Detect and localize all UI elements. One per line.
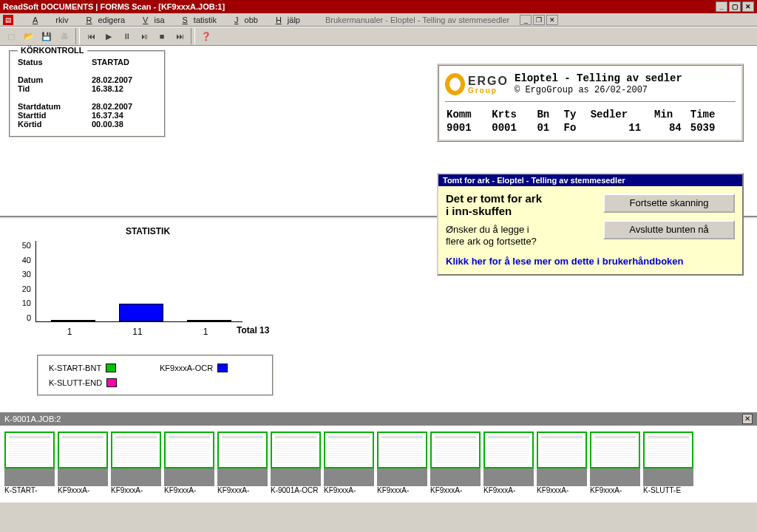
logo-circle-icon: [445, 73, 465, 95]
v-bn: 01: [537, 122, 562, 134]
thumbnail-doc-icon: [4, 432, 55, 468]
step-icon[interactable]: ⏯: [136, 28, 152, 44]
menu-row: ▤ Arkiv Redigera Visa Statistik Jobb Hjä…: [0, 13, 757, 27]
thumbnail[interactable]: K-SLUTT-E: [643, 432, 693, 497]
thumbnail[interactable]: K-9001A-OCR: [271, 432, 321, 497]
datum-value: 28.02.2007: [92, 75, 132, 84]
empty-sheet-dialog: Tomt for ark - Eloptel - Telling av stem…: [437, 173, 744, 276]
tid-label: Tid: [18, 84, 92, 93]
thumbnail[interactable]: K-START-: [4, 432, 55, 497]
job-close-icon[interactable]: ✕: [742, 414, 753, 424]
help-icon[interactable]: ❓: [198, 28, 214, 44]
thumbnail-label: KF9xxxA-: [377, 486, 427, 494]
menu-redigera[interactable]: Redigera: [74, 14, 131, 26]
job-titlebar: K-9001A.JOB:2 ✕: [0, 412, 757, 426]
menu-visa[interactable]: Visa: [131, 14, 170, 26]
thumbnail[interactable]: KF9xxxA-: [324, 432, 374, 497]
new-icon[interactable]: ▢: [3, 28, 19, 44]
startdatum-value: 28.02.2007: [92, 102, 132, 111]
legend-label-3: K-SLUTT-END: [49, 378, 102, 387]
thumbnail[interactable]: KF9xxxA-: [590, 432, 640, 497]
open-icon[interactable]: 📂: [21, 28, 37, 44]
korkontroll-title: KÖRKONTROLL: [18, 46, 87, 55]
statistik-title: STATISTIK: [15, 226, 281, 236]
menu-arkiv[interactable]: Arkiv: [21, 14, 74, 26]
starttid-value: 16.37.34: [92, 111, 123, 120]
inner-restore-icon[interactable]: ❐: [533, 15, 545, 25]
menu-hjalp[interactable]: Hjälp: [264, 14, 306, 26]
thumbnail-label: K-START-: [4, 486, 55, 494]
thumbnail-label: KF9xxxA-: [324, 486, 374, 494]
thumbnail-doc-icon: [324, 432, 374, 468]
info-heading: Eloptel - Telling av sedler: [515, 72, 682, 85]
datum-label: Datum: [18, 75, 92, 84]
h-min: Min: [654, 109, 689, 120]
inner-minimize-icon[interactable]: _: [520, 15, 532, 25]
h-time: Time: [690, 109, 734, 120]
thumbnail[interactable]: KF9xxxA-: [430, 432, 481, 497]
thumbnail-label: KF9xxxA-: [537, 486, 587, 494]
handbook-link[interactable]: Klikk her for å lese mer om dette i bruk…: [446, 256, 735, 267]
bar-k-start: [51, 320, 95, 321]
main-content: KÖRKONTROLL StatusSTARTAD Datum28.02.200…: [0, 46, 757, 217]
minimize-icon[interactable]: _: [716, 1, 727, 12]
menubar: Arkiv Redigera Visa Statistik Jobb Hjälp…: [16, 13, 520, 27]
tid-value: 16.38.12: [92, 84, 123, 93]
menu-statistik[interactable]: Statistik: [171, 14, 223, 26]
inner-close-icon[interactable]: ✕: [546, 15, 558, 25]
thumbnail-doc-icon: [483, 432, 534, 468]
thumbnail[interactable]: KF9xxxA-: [537, 432, 587, 497]
pause-icon[interactable]: ⏸: [118, 28, 135, 44]
thumbnail-label: KF9xxxA-: [590, 486, 640, 494]
kortid-label: Körtid: [18, 120, 92, 129]
menu-jobb[interactable]: Jobb: [223, 14, 264, 26]
stop-icon[interactable]: ■: [154, 28, 170, 44]
chart-legend: K-START-BNT KF9xxxA-OCR K-SLUTT-END: [37, 355, 274, 396]
close-icon[interactable]: ✕: [742, 1, 754, 12]
thumbnail-label: KF9xxxA-: [430, 486, 481, 494]
thumbnail-doc-icon: [590, 432, 640, 468]
h-komm: Komm: [447, 109, 490, 120]
continue-scan-button[interactable]: Fortsette skanning: [603, 194, 735, 213]
job-title: K-9001A.JOB:2: [4, 415, 61, 423]
legend-swatch-blue: [217, 364, 228, 372]
app-icon: ▤: [3, 15, 13, 25]
thumbnail[interactable]: KF9xxxA-: [217, 432, 268, 497]
info-table: Komm Krts Bn Ty Sedler Min Time 9001 000…: [445, 107, 736, 135]
thumbnail[interactable]: KF9xxxA-: [164, 432, 214, 497]
thumbnail-doc-icon: [271, 432, 321, 468]
ergo-logo: ERGO Group: [445, 70, 509, 98]
thumbnail-label: KF9xxxA-: [217, 486, 268, 494]
skip-fwd-icon[interactable]: ⏭: [172, 28, 188, 44]
end-batch-button[interactable]: Avslutte bunten nå: [603, 220, 735, 239]
print-icon[interactable]: 🖶: [56, 28, 72, 44]
h-sedler: Sedler: [591, 109, 653, 120]
h-ty: Ty: [564, 109, 589, 120]
thumbnail[interactable]: KF9xxxA-: [483, 432, 534, 497]
maximize-icon[interactable]: ▢: [729, 1, 741, 12]
h-krts: Krts: [492, 109, 535, 120]
chart-plot: [35, 241, 242, 322]
thumbnail-label: KF9xxxA-: [483, 486, 534, 494]
v-min: 84: [654, 122, 689, 134]
starttid-label: Starttid: [18, 111, 92, 120]
logo-text: ERGO: [468, 75, 509, 88]
thumbnail-label: KF9xxxA-: [58, 486, 108, 494]
chart-y-axis: 504030 20100: [15, 241, 31, 322]
thumbnail-strip: K-START-KF9xxxA-KF9xxxA-KF9xxxA-KF9xxxA-…: [0, 426, 757, 502]
skip-back-icon[interactable]: ⏮: [83, 28, 99, 44]
info-subheading: © ErgoGroup as 26/02-2007: [515, 85, 682, 95]
dialog-title: Tomt for ark - Eloptel - Telling av stem…: [438, 174, 742, 186]
thumbnail[interactable]: KF9xxxA-: [377, 432, 427, 497]
thumbnail-doc-icon: [643, 432, 693, 468]
window-buttons: _ ▢ ✕: [716, 1, 754, 12]
app-titlebar: ReadSoft DOCUMENTS | FORMS Scan - [KF9xx…: [0, 0, 757, 13]
legend-label-2: KF9xxxA-OCR: [160, 364, 213, 372]
thumbnail[interactable]: KF9xxxA-: [58, 432, 108, 497]
v-komm: 9001: [447, 122, 490, 134]
menu-brukermanualer[interactable]: Brukermanualer - Eloptel - Telling av st…: [319, 14, 515, 26]
thumbnail-label: KF9xxxA-: [164, 486, 214, 494]
save-icon[interactable]: 💾: [38, 28, 55, 44]
play-icon[interactable]: ▶: [101, 28, 117, 44]
thumbnail[interactable]: KF9xxxA-: [111, 432, 161, 497]
